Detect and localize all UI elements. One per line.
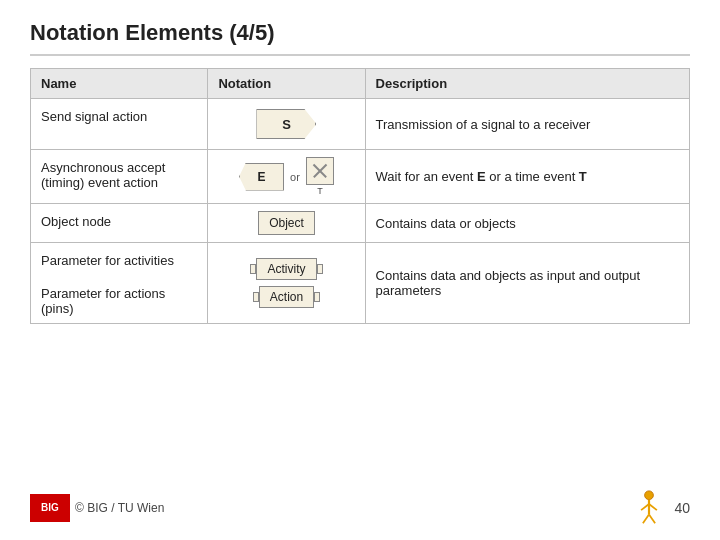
table-row: Object node Object Contains data or obje… — [31, 204, 690, 243]
stick-figure-icon — [634, 490, 664, 525]
svg-line-2 — [642, 504, 650, 510]
big-logo: BIG — [30, 494, 70, 522]
svg-line-3 — [649, 504, 657, 510]
page: Notation Elements (4/5) Name Notation De… — [0, 0, 720, 540]
t-label: T — [317, 186, 323, 196]
activity-label: Activity — [267, 262, 305, 276]
param-notation-combined: Activity Action — [218, 252, 354, 314]
arrow-in-label: E — [258, 170, 266, 184]
x-shape — [306, 157, 334, 185]
row2-name: Asynchronous accept (timing) event actio… — [31, 150, 208, 204]
row3-desc: Contains data or objects — [365, 204, 689, 243]
svg-point-0 — [645, 491, 654, 500]
row1-name: Send signal action — [31, 99, 208, 150]
or-text: or — [290, 171, 300, 183]
row2-desc: Wait for an event E or a time event T — [365, 150, 689, 204]
row4-name: Parameter for activities Parameter for a… — [31, 243, 208, 324]
async-container: E or T — [218, 157, 354, 196]
footer-page-number: 40 — [674, 500, 690, 516]
pin-left-action — [253, 292, 259, 302]
col-header-name: Name — [31, 69, 208, 99]
page-title: Notation Elements (4/5) — [30, 20, 690, 56]
footer-logo: BIG © BIG / TU Wien — [30, 494, 164, 522]
object-node-label: Object — [269, 216, 304, 230]
param-name1: Parameter for activities — [41, 253, 197, 268]
row2-notation: E or T — [208, 150, 365, 204]
row4-desc: Contains data and objects as input and o… — [365, 243, 689, 324]
row4-notation: Activity Action — [208, 243, 365, 324]
arrow-in-shape: E — [239, 163, 284, 191]
table-row: Send signal action S Transmission of a s… — [31, 99, 690, 150]
row3-notation: Object — [208, 204, 365, 243]
activity-param-shape: Activity — [256, 258, 316, 280]
col-header-description: Description — [365, 69, 689, 99]
notation-table: Name Notation Description Send signal ac… — [30, 68, 690, 324]
pin-right-action — [314, 292, 320, 302]
footer-copyright: © BIG / TU Wien — [75, 501, 164, 515]
pin-right-activity — [317, 264, 323, 274]
row1-notation: S — [208, 99, 365, 150]
svg-line-4 — [643, 515, 649, 524]
svg-line-5 — [649, 515, 655, 524]
send-signal-shape: S — [251, 106, 321, 142]
action-label: Action — [270, 290, 303, 304]
pentagon-label: S — [282, 117, 291, 132]
pin-left-activity — [250, 264, 256, 274]
param-name2: Parameter for actions (pins) — [41, 286, 197, 316]
object-node-shape: Object — [258, 211, 315, 235]
table-row: Asynchronous accept (timing) event actio… — [31, 150, 690, 204]
footer: BIG © BIG / TU Wien 40 — [30, 482, 690, 525]
pentagon-shape: S — [256, 109, 316, 139]
table-row: Parameter for activities Parameter for a… — [31, 243, 690, 324]
row3-name: Object node — [31, 204, 208, 243]
action-param-shape: Action — [259, 286, 314, 308]
col-header-notation: Notation — [208, 69, 365, 99]
row1-desc: Transmission of a signal to a receiver — [365, 99, 689, 150]
x-wrapper: T — [306, 157, 334, 196]
